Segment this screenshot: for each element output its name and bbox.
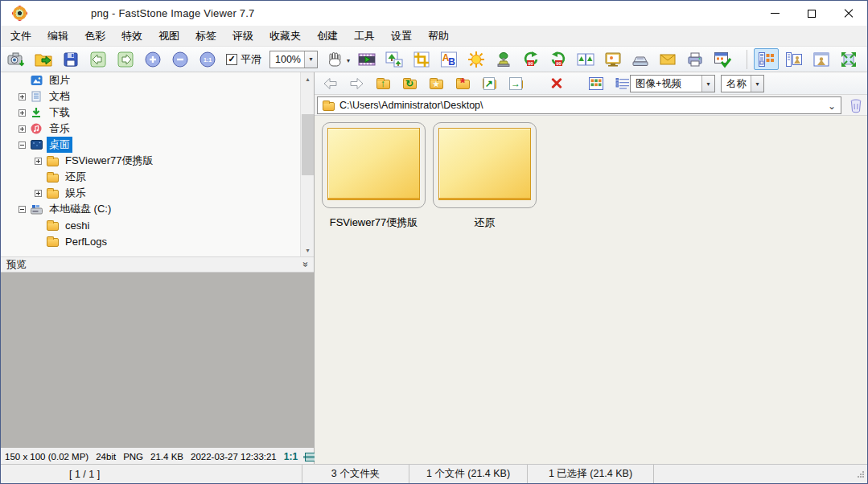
rotate-right-button[interactable]: 90 (548, 49, 569, 70)
expand-icon[interactable] (19, 93, 26, 100)
menu-item-settings[interactable]: 设置 (383, 26, 420, 47)
image-dimensions: 150 x 100 (0.02 MP) (5, 452, 88, 461)
tree-item-restore[interactable]: 还原 (1, 169, 314, 185)
sort-select[interactable]: 名称 (721, 75, 764, 92)
copy-to-folder-button[interactable] (480, 75, 498, 92)
collapse-icon[interactable] (19, 142, 26, 149)
smooth-checkbox[interactable] (226, 54, 237, 65)
expand-icon[interactable] (35, 158, 42, 165)
printer-icon (685, 50, 705, 69)
next-image-button[interactable] (115, 49, 136, 70)
new-folder-button[interactable] (454, 75, 471, 92)
details-view-button[interactable] (614, 75, 631, 92)
delete-x-icon (550, 77, 562, 89)
resize-grip[interactable] (857, 470, 864, 478)
menu-item-create[interactable]: 创建 (309, 26, 346, 47)
zoom-out-button[interactable] (170, 49, 191, 70)
menu-item-edit[interactable]: 编辑 (39, 26, 76, 47)
email-button[interactable] (657, 49, 678, 70)
crop-button[interactable] (411, 49, 432, 70)
close-button[interactable] (830, 1, 867, 26)
chevron-down-icon[interactable] (701, 76, 714, 92)
svg-text:1:1: 1:1 (204, 57, 212, 63)
tree-item-perflogs[interactable]: PerfLogs (1, 233, 314, 249)
hand-tool-group (324, 49, 350, 70)
view-fullscreen-button[interactable] (836, 48, 861, 70)
slideshow-button[interactable] (356, 49, 377, 70)
previous-image-button[interactable] (88, 49, 109, 70)
menu-item-help[interactable]: 帮助 (420, 26, 457, 47)
tree-item-documents[interactable]: 文档 (1, 88, 314, 105)
actual-size-button[interactable]: 1:1 (197, 49, 218, 70)
compare-images-button[interactable] (575, 49, 596, 70)
scroll-down-icon[interactable] (301, 244, 314, 256)
open-file-button[interactable] (33, 49, 54, 70)
tree-item-downloads[interactable]: 下载 (1, 105, 314, 121)
move-to-folder-button[interactable] (507, 75, 525, 92)
menu-item-colors[interactable]: 色彩 (76, 26, 113, 47)
tree-item-music[interactable]: 音乐 (1, 121, 314, 137)
hand-tool-caret-icon[interactable] (347, 53, 350, 65)
print-button[interactable] (685, 49, 706, 70)
chevron-down-icon[interactable] (304, 51, 317, 68)
menu-item-effects[interactable]: 特效 (113, 26, 150, 47)
scroll-up-icon[interactable] (301, 72, 314, 85)
tree-item-pictures[interactable]: 图片 (1, 72, 314, 88)
tree-item-fsviewer77[interactable]: FSViewer77便携版 (1, 153, 314, 169)
scan-button[interactable] (630, 49, 651, 70)
menu-item-file[interactable]: 文件 (2, 26, 39, 47)
save-as-button[interactable] (60, 49, 81, 70)
zoom-in-button[interactable] (142, 49, 163, 70)
zoom-level-select[interactable]: 100% (269, 51, 318, 68)
tree-scrollbar[interactable] (300, 72, 314, 256)
file-browser-area[interactable]: FSViewer77便携版 还原 (315, 116, 868, 466)
address-bar[interactable]: C:\Users\Administrator\Desktop\ (317, 96, 841, 114)
scrollbar-thumb[interactable] (302, 114, 314, 175)
acquire-camera-button[interactable] (6, 49, 27, 70)
collapse-preview-icon[interactable] (300, 262, 311, 268)
app-icon[interactable] (13, 6, 27, 20)
rotate-left-button[interactable]: 90 (520, 49, 541, 70)
chevron-down-icon[interactable] (751, 76, 763, 92)
maximize-button[interactable] (793, 1, 830, 26)
tree-item-ceshi[interactable]: ceshi (1, 217, 314, 233)
resize-button[interactable] (384, 49, 405, 70)
menu-item-favorites[interactable]: 收藏夹 (261, 26, 309, 47)
adjust-colors-button[interactable] (466, 49, 487, 70)
view-browser-button[interactable] (754, 48, 779, 70)
folder-thumbnail-fsviewer77[interactable] (322, 122, 426, 208)
screen-capture-button[interactable] (603, 49, 623, 70)
up-folder-button[interactable] (374, 75, 392, 92)
view-thumbnail-strip-button[interactable] (781, 48, 806, 70)
minimize-button[interactable] (756, 1, 793, 26)
back-button[interactable] (321, 75, 339, 92)
clone-stamp-button[interactable] (493, 49, 514, 70)
chevron-down-icon[interactable] (828, 100, 836, 112)
tree-item-local-disk-c[interactable]: 本地磁盘 (C:) (1, 201, 314, 217)
favorites-button[interactable] (427, 75, 445, 92)
hand-tool-button[interactable] (324, 49, 345, 70)
expand-icon[interactable] (35, 190, 42, 197)
refresh-button[interactable] (401, 75, 418, 92)
recycle-bin-button[interactable] (847, 96, 865, 114)
menu-item-tag[interactable]: 标签 (187, 26, 224, 47)
browser-view-icon (759, 52, 775, 67)
forward-button[interactable] (348, 75, 365, 92)
draw-board-button[interactable]: AB (438, 49, 459, 70)
menu-item-view[interactable]: 视图 (150, 26, 187, 47)
menu-item-rating[interactable]: 评级 (224, 26, 261, 47)
folder-thumbnail-restore[interactable] (433, 122, 537, 208)
scanner-icon (631, 50, 650, 69)
menu-item-tools[interactable]: 工具 (346, 26, 383, 47)
thumbnails-view-button[interactable] (587, 75, 605, 92)
filter-select[interactable]: 图像+视频 (630, 75, 715, 92)
expand-icon[interactable] (19, 109, 26, 117)
copy-arrow-icon (483, 77, 495, 89)
collapse-icon[interactable] (19, 206, 26, 213)
delete-button[interactable] (547, 75, 565, 92)
settings-button[interactable] (712, 49, 733, 70)
tree-item-entertainment[interactable]: 娱乐 (1, 185, 314, 201)
tree-item-desktop[interactable]: 桌面 (1, 137, 314, 153)
view-windowed-button[interactable] (808, 48, 833, 70)
expand-icon[interactable] (19, 125, 26, 133)
